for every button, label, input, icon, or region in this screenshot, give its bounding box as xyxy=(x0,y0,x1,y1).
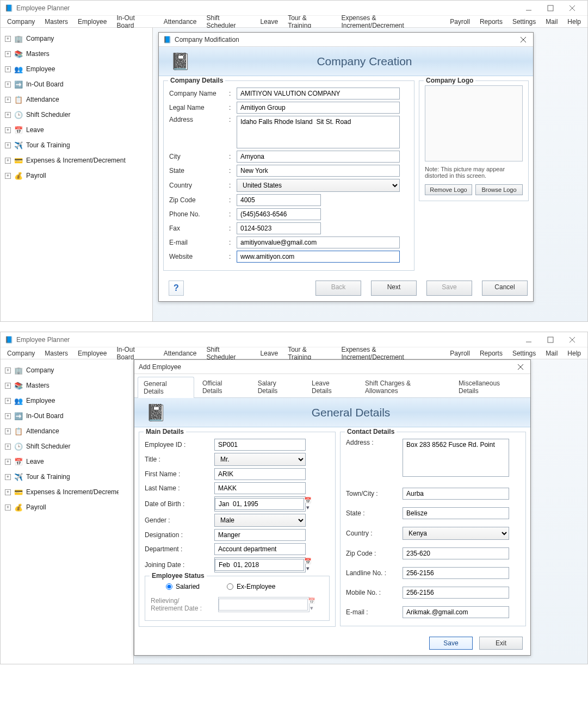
tree-attendance[interactable]: +📋Attendance xyxy=(3,424,131,439)
menu-leave[interactable]: Leave xyxy=(256,17,282,27)
tab-salary[interactable]: Salary Details xyxy=(252,376,304,397)
tree-inout[interactable]: +➡️In-Out Board xyxy=(3,408,131,424)
expand-icon[interactable]: + xyxy=(5,413,11,419)
expand-icon[interactable]: + xyxy=(5,474,11,480)
expand-icon[interactable]: + xyxy=(5,127,11,133)
tab-shift[interactable]: Shift Charges & Allowances xyxy=(359,376,450,397)
phone-input[interactable] xyxy=(237,208,321,220)
tree-payroll[interactable]: +💰Payroll xyxy=(3,168,150,183)
tree-masters[interactable]: +📚Masters xyxy=(3,378,131,393)
employee-id-input[interactable] xyxy=(214,439,306,451)
tree-leave[interactable]: +📅Leave xyxy=(3,454,131,469)
dob-input[interactable] xyxy=(215,498,304,510)
tree-expenses[interactable]: +💳Expenses & Increment/Decrement xyxy=(3,153,150,168)
tree-tour[interactable]: +✈️Tour & Training xyxy=(3,138,150,153)
menu-attendance[interactable]: Attendance xyxy=(159,348,201,358)
contact-zip-input[interactable] xyxy=(403,547,509,559)
menu-settings[interactable]: Settings xyxy=(508,17,540,27)
calendar-icon[interactable]: 📅▾ xyxy=(304,558,312,572)
help-icon[interactable]: ? xyxy=(169,281,184,296)
close-button[interactable] xyxy=(561,2,583,15)
fax-input[interactable] xyxy=(237,222,321,234)
menu-employee[interactable]: Employee xyxy=(73,17,111,27)
town-input[interactable] xyxy=(403,488,509,500)
joining-input[interactable] xyxy=(215,559,304,571)
contact-country-select[interactable]: Kenya xyxy=(403,527,509,540)
expand-icon[interactable]: + xyxy=(5,398,11,404)
tree-employee[interactable]: +👥Employee xyxy=(3,61,150,77)
email-input[interactable] xyxy=(237,236,400,248)
menu-leave[interactable]: Leave xyxy=(256,348,282,358)
legal-name-input[interactable] xyxy=(237,102,400,114)
tab-general[interactable]: General Details xyxy=(138,377,194,398)
menu-reports[interactable]: Reports xyxy=(475,348,507,358)
expand-icon[interactable]: + xyxy=(5,444,11,450)
close-button[interactable] xyxy=(561,333,583,346)
tree-payroll[interactable]: +💰Payroll xyxy=(3,500,131,515)
menu-attendance[interactable]: Attendance xyxy=(159,17,201,27)
expand-icon[interactable]: + xyxy=(5,142,11,148)
last-name-input[interactable] xyxy=(214,482,306,494)
menu-help[interactable]: Help xyxy=(563,348,585,358)
exemployee-radio[interactable]: Ex-Employee xyxy=(227,583,275,590)
minimize-button[interactable] xyxy=(518,2,540,15)
zip-input[interactable] xyxy=(237,194,321,206)
tree-company[interactable]: +🏢Company xyxy=(3,363,131,378)
joining-datepicker[interactable]: 📅▾ xyxy=(214,557,306,572)
contact-address-input[interactable] xyxy=(403,439,509,477)
expand-icon[interactable]: + xyxy=(5,66,11,72)
expand-icon[interactable]: + xyxy=(5,51,11,57)
first-name-input[interactable] xyxy=(214,468,306,480)
tree-shift[interactable]: +🕒Shift Scheduler xyxy=(3,439,131,454)
tree-masters[interactable]: +📚Masters xyxy=(3,46,150,61)
expand-icon[interactable]: + xyxy=(5,505,11,510)
expand-icon[interactable]: + xyxy=(5,112,11,118)
tree-company[interactable]: +🏢Company xyxy=(3,31,150,46)
designation-input[interactable] xyxy=(214,529,306,541)
remove-logo-button[interactable]: Remove Logo xyxy=(425,184,472,195)
gender-select[interactable]: Male xyxy=(214,514,306,527)
tab-misc[interactable]: Miscellaneous Details xyxy=(453,376,527,397)
tree-expenses[interactable]: +💳Expenses & Increment/Decremen xyxy=(3,484,131,500)
state-input[interactable] xyxy=(237,165,400,177)
expand-icon[interactable]: + xyxy=(5,459,11,465)
expand-icon[interactable]: + xyxy=(5,368,11,373)
menu-help[interactable]: Help xyxy=(563,17,585,27)
tab-leave[interactable]: Leave Details xyxy=(306,376,357,397)
cancel-button[interactable]: Cancel xyxy=(482,281,528,296)
country-select[interactable]: United States xyxy=(237,179,400,192)
title-select[interactable]: Mr. xyxy=(214,453,306,466)
tab-official[interactable]: Official Details xyxy=(196,376,250,397)
calendar-icon[interactable]: 📅▾ xyxy=(304,497,312,511)
tree-inout[interactable]: +➡️In-Out Board xyxy=(3,77,150,92)
menu-payroll[interactable]: Payroll xyxy=(445,17,474,27)
menu-payroll[interactable]: Payroll xyxy=(445,348,474,358)
salaried-radio[interactable]: Salaried xyxy=(166,583,200,590)
department-input[interactable] xyxy=(214,543,306,555)
company-name-input[interactable] xyxy=(237,88,400,99)
landline-input[interactable] xyxy=(403,567,509,579)
mobile-input[interactable] xyxy=(403,587,509,599)
menu-mail[interactable]: Mail xyxy=(541,17,562,27)
dialog-close-button[interactable] xyxy=(515,362,526,372)
maximize-button[interactable] xyxy=(540,2,561,15)
save-button[interactable]: Save xyxy=(429,637,473,650)
expand-icon[interactable]: + xyxy=(5,489,11,495)
expand-icon[interactable]: + xyxy=(5,158,11,164)
menu-masters[interactable]: Masters xyxy=(40,348,72,358)
back-button[interactable]: Back xyxy=(315,281,361,296)
expand-icon[interactable]: + xyxy=(5,383,11,389)
next-button[interactable]: Next xyxy=(371,281,417,296)
expand-icon[interactable]: + xyxy=(5,173,11,179)
menu-settings[interactable]: Settings xyxy=(508,348,540,358)
address-input[interactable] xyxy=(237,116,400,148)
dob-datepicker[interactable]: 📅▾ xyxy=(214,496,306,512)
maximize-button[interactable] xyxy=(540,333,561,346)
contact-email-input[interactable] xyxy=(403,606,509,618)
save-button[interactable]: Save xyxy=(426,281,472,296)
salaried-radio-input[interactable] xyxy=(166,583,172,590)
minimize-button[interactable] xyxy=(518,333,540,346)
browse-logo-button[interactable]: Browse Logo xyxy=(475,184,523,195)
website-input[interactable] xyxy=(237,251,400,263)
expand-icon[interactable]: + xyxy=(5,36,11,42)
